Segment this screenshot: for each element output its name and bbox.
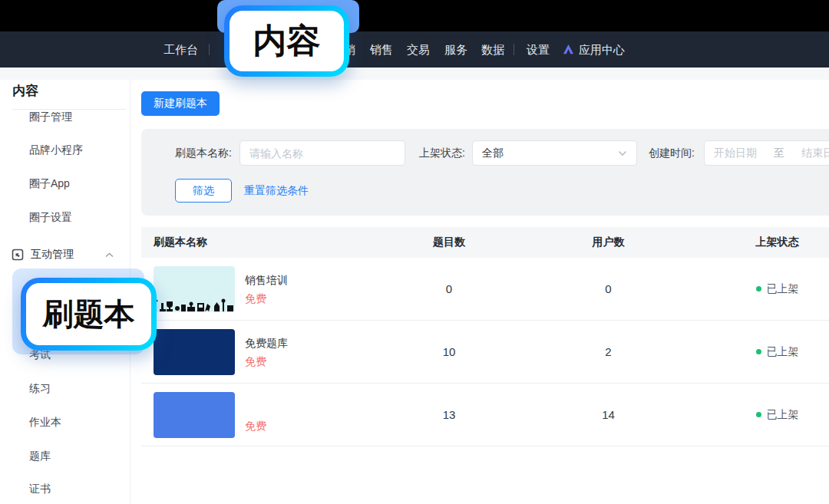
quiz-book-thumbnail — [154, 329, 235, 375]
chevron-up-icon — [105, 252, 114, 258]
col-header-users: 用户数 — [522, 236, 695, 249]
status-cell: 已上架 — [704, 282, 829, 296]
users-count: 2 — [522, 345, 695, 358]
sidebar-item-circle-app[interactable]: 圈子App — [29, 176, 70, 191]
table-row[interactable]: 免费题库 免费 10 2 已上架 — [141, 321, 829, 384]
users-count: 14 — [522, 408, 695, 421]
nav-item-app-center[interactable]: 应用中心 — [563, 31, 625, 68]
questions-count: 13 — [376, 408, 522, 421]
app-center-icon — [563, 44, 574, 55]
reset-filters-link[interactable]: 重置筛选条件 — [244, 184, 309, 198]
sidebar-item-question-bank[interactable]: 题库 — [29, 448, 51, 463]
status-label: 已上架 — [767, 408, 799, 422]
status-cell: 已上架 — [704, 408, 829, 422]
status-filter-select[interactable]: 全部 — [472, 140, 637, 166]
date-end-placeholder: 结束日期 — [801, 147, 829, 160]
users-count: 0 — [522, 282, 695, 295]
nav-item-service[interactable]: 服务 — [444, 31, 467, 68]
nav-divider — [209, 44, 210, 55]
quiz-book-title[interactable]: 销售培训 — [245, 273, 288, 287]
sidebar-item-circle-manage[interactable]: 圈子管理 — [29, 109, 72, 124]
free-tag: 免费 — [245, 419, 266, 433]
nav-item-trade[interactable]: 交易 — [407, 31, 430, 68]
table-row[interactable]: 免费 13 14 已上架 — [141, 384, 829, 446]
col-header-status: 上架状态 — [704, 236, 829, 249]
interaction-icon — [12, 249, 24, 261]
date-separator: 至 — [774, 147, 784, 160]
callout-content: 内容 — [224, 5, 349, 77]
table-header-row: 刷题本名称 题目数 用户数 上架状态 — [141, 227, 829, 258]
status-label: 已上架 — [767, 345, 799, 359]
questions-count: 10 — [376, 345, 522, 358]
quiz-book-title[interactable]: 免费题库 — [245, 336, 288, 350]
quiz-book-table: 刷题本名称 题目数 用户数 上架状态 — [141, 227, 829, 446]
sidebar-item-circle-setting[interactable]: 圈子设置 — [29, 209, 72, 225]
callout-quiz-book-label: 刷题本 — [26, 283, 151, 345]
status-cell: 已上架 — [704, 345, 829, 359]
sidebar-item-certificate[interactable]: 证书 — [29, 481, 51, 496]
status-filter-value: 全部 — [482, 147, 618, 160]
sidebar-title: 内容 — [12, 82, 38, 100]
questions-count: 0 — [376, 282, 522, 295]
sidebar-group-label: 互动管理 — [31, 248, 74, 262]
nav-item-sales[interactable]: 销售 — [370, 31, 393, 68]
status-dot-green — [756, 349, 761, 354]
filter-button[interactable]: 筛选 — [175, 179, 232, 203]
nav-item-workbench[interactable]: 工作台 — [163, 31, 198, 68]
top-black-bar — [0, 0, 829, 31]
status-label: 已上架 — [767, 282, 799, 296]
subnav-strip — [0, 68, 829, 80]
create-quiz-book-button[interactable]: 新建刷题本 — [141, 91, 220, 116]
quiz-book-thumbnail — [154, 266, 235, 312]
free-tag: 免费 — [245, 292, 288, 305]
date-range-input[interactable]: 开始日期 至 结束日期 — [704, 140, 829, 166]
callout-content-label: 内容 — [230, 11, 344, 71]
chevron-down-icon — [618, 150, 627, 156]
date-start-placeholder: 开始日期 — [714, 147, 757, 160]
top-navbar: 工作台 内容 营销 销售 交易 服务 数据 设置 应用中心 — [0, 31, 829, 68]
name-filter-input[interactable] — [239, 140, 405, 166]
sidebar-item-homework[interactable]: 作业本 — [29, 414, 61, 430]
quiz-book-thumbnail — [154, 392, 235, 438]
col-header-questions: 题目数 — [376, 236, 522, 249]
sidebar-group-interaction[interactable]: 互动管理 — [12, 247, 74, 262]
free-tag: 免费 — [245, 354, 288, 368]
name-filter-label: 刷题本名称: — [175, 140, 232, 166]
nav-item-data[interactable]: 数据 — [481, 31, 504, 68]
nav-divider — [514, 44, 514, 55]
time-filter-label: 创建时间: — [649, 140, 695, 166]
callout-quiz-book: 刷题本 — [21, 278, 157, 351]
status-filter-label: 上架状态: — [419, 140, 465, 166]
status-dot-green — [756, 412, 761, 417]
table-row[interactable]: 销售培训 免费 0 0 已上架 — [141, 258, 829, 321]
sidebar-item-practice[interactable]: 练习 — [29, 380, 51, 396]
sidebar-item-brand-miniapp[interactable]: 品牌小程序 — [29, 142, 83, 157]
status-dot-green — [756, 286, 761, 292]
nav-item-settings[interactable]: 设置 — [527, 31, 550, 68]
filter-panel: 刷题本名称: 上架状态: 全部 创建时间: 开始日期 至 结束日期 筛选 重置筛… — [141, 129, 829, 216]
col-header-name: 刷题本名称 — [141, 236, 376, 249]
app-center-label: 应用中心 — [579, 31, 625, 68]
